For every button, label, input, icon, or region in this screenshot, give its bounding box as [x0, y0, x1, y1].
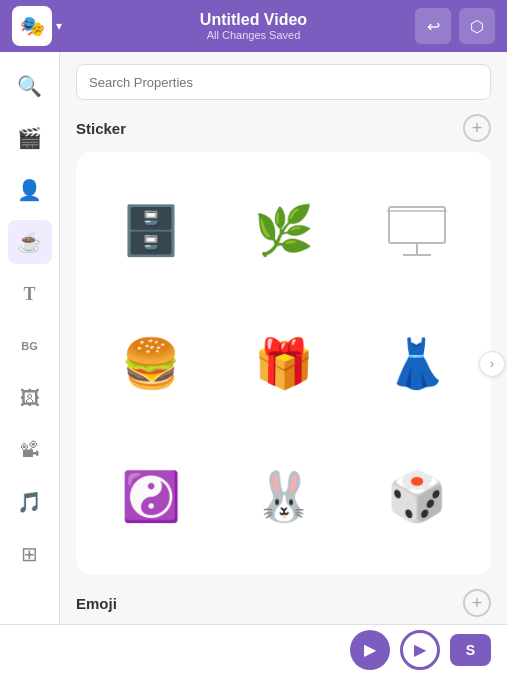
- sidebar-item-text[interactable]: T: [8, 272, 52, 316]
- sticker-icon: ☕: [17, 230, 42, 254]
- save-status: All Changes Saved: [200, 29, 307, 41]
- sticker-section-header: Sticker +: [76, 114, 491, 142]
- logo-dropdown-icon[interactable]: ▾: [56, 19, 62, 33]
- header: 🎭 ▾ Untitled Video All Changes Saved ↩ ⬡: [0, 0, 507, 52]
- share-button[interactable]: S: [450, 634, 491, 666]
- header-actions: ↩ ⬡: [415, 8, 495, 44]
- layout-button[interactable]: ⬡: [459, 8, 495, 44]
- sidebar-item-sticker[interactable]: ☕: [8, 220, 52, 264]
- text-icon: T: [23, 284, 35, 305]
- sidebar-item-video[interactable]: 📽: [8, 428, 52, 472]
- bg-icon: BG: [21, 340, 38, 352]
- main-layout: 🔍 🎬 👤 ☕ T BG 🖼 📽 🎵 ⊞: [0, 52, 507, 674]
- play-button[interactable]: ▶: [350, 630, 390, 670]
- sticker-yin-yang[interactable]: ☯️: [88, 434, 213, 559]
- search-icon: 🔍: [17, 74, 42, 98]
- sticker-filing-cabinet[interactable]: 🗄️: [88, 168, 213, 293]
- avatar-icon: 👤: [17, 178, 42, 202]
- sidebar-item-avatar[interactable]: 👤: [8, 168, 52, 212]
- share-label: S: [466, 642, 475, 658]
- emoji-add-button[interactable]: +: [463, 589, 491, 617]
- sticker-presentation[interactable]: [354, 168, 479, 293]
- play-outline-button[interactable]: ▶: [400, 630, 440, 670]
- logo-button[interactable]: 🎭: [12, 6, 52, 46]
- presentation-icon: [385, 203, 449, 259]
- sidebar-item-image[interactable]: 🖼: [8, 376, 52, 420]
- sticker-bunny[interactable]: 🐰: [221, 434, 346, 559]
- search-input[interactable]: [76, 64, 491, 100]
- sticker-plant[interactable]: 🌿: [221, 168, 346, 293]
- sticker-gift[interactable]: 🎁: [221, 301, 346, 426]
- chevron-right-button[interactable]: ›: [479, 351, 505, 377]
- play-icon: ▶: [364, 640, 376, 659]
- sticker-burger[interactable]: 🍔: [88, 301, 213, 426]
- sidebar-item-media[interactable]: 🎬: [8, 116, 52, 160]
- video-icon: 📽: [20, 439, 40, 462]
- bottom-bar: ▶ ▶ S: [0, 624, 507, 674]
- sticker-dice[interactable]: 🎲: [354, 434, 479, 559]
- header-center: Untitled Video All Changes Saved: [200, 11, 307, 41]
- play-outline-icon: ▶: [414, 640, 426, 659]
- sidebar-item-audio[interactable]: 🎵: [8, 480, 52, 524]
- sidebar-item-grid[interactable]: ⊞: [8, 532, 52, 576]
- svg-rect-0: [389, 207, 445, 243]
- sidebar-item-search[interactable]: 🔍: [8, 64, 52, 108]
- grid-icon: ⊞: [21, 542, 38, 566]
- content-area: Sticker + 🗄️ 🌿 🍔 🎁 👗 ☯️ 🐰 🎲 ›: [60, 52, 507, 674]
- sticker-dress[interactable]: 👗: [354, 301, 479, 426]
- sticker-section-title: Sticker: [76, 120, 126, 137]
- logo-area: 🎭 ▾: [12, 6, 62, 46]
- emoji-section-title: Emoji: [76, 595, 117, 612]
- sidebar: 🔍 🎬 👤 ☕ T BG 🖼 📽 🎵 ⊞: [0, 52, 60, 674]
- media-icon: 🎬: [17, 126, 42, 150]
- image-icon: 🖼: [20, 387, 40, 410]
- sticker-grid: 🗄️ 🌿 🍔 🎁 👗 ☯️ 🐰 🎲 ›: [76, 152, 491, 575]
- undo-button[interactable]: ↩: [415, 8, 451, 44]
- video-title: Untitled Video: [200, 11, 307, 29]
- sticker-add-button[interactable]: +: [463, 114, 491, 142]
- audio-icon: 🎵: [17, 490, 42, 514]
- emoji-section-header: Emoji +: [76, 589, 491, 617]
- sidebar-item-bg[interactable]: BG: [8, 324, 52, 368]
